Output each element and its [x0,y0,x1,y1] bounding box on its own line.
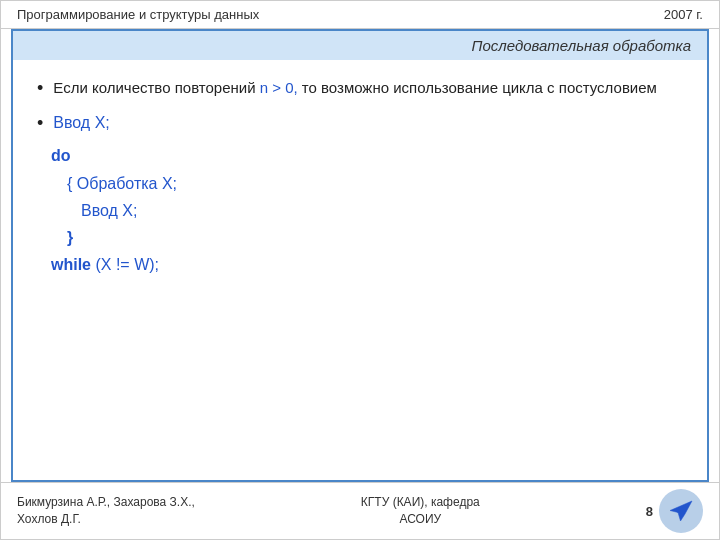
header: Программирование и структуры данных 2007… [1,1,719,29]
footer-right: 8 [646,489,703,533]
title-text: Последовательная обработка [472,37,691,54]
footer-left-line2: Хохлов Д.Г. [17,511,195,528]
while-cond: (Х != W); [95,256,159,273]
footer-center-line1: КГТУ (КАИ), кафедра [361,494,480,511]
main-content: Последовательная обработка • Если количе… [11,29,709,482]
footer: Бикмурзина А.Р., Захарова З.Х., Хохлов Д… [1,482,719,539]
bullet1-suffix: то возможно использование цикла с постус… [298,79,657,96]
code-block: do { Обработка Х; Ввод Х; } while (Х != … [51,142,683,278]
code-inner: Ввод Х; [81,197,683,224]
header-left: Программирование и структуры данных [17,7,259,22]
content-area: • Если количество повторений n > 0, то в… [13,60,707,480]
footer-center-line2: АСОИУ [361,511,480,528]
footer-center: КГТУ (КАИ), кафедра АСОИУ [361,494,480,528]
header-right: 2007 г. [664,7,703,22]
bullet-item-2: • Ввод Х; [37,111,683,136]
page-number: 8 [646,504,653,519]
bullet-item-1: • Если количество повторений n > 0, то в… [37,76,683,101]
code-close: } [67,224,683,251]
bullet-text-1: Если количество повторений n > 0, то воз… [53,76,657,99]
airplane-icon [659,489,703,533]
bullet-dot-1: • [37,76,43,101]
code-while: while (Х != W); [51,251,683,278]
code-do: do [51,142,683,169]
code-open: { Обработка Х; [67,170,683,197]
bullet1-condition: n > 0, [260,79,298,96]
bullet2-text: Ввод Х; [53,111,109,136]
page-container: Программирование и структуры данных 2007… [0,0,720,540]
title-bar: Последовательная обработка [13,31,707,60]
footer-left-line1: Бикмурзина А.Р., Захарова З.Х., [17,494,195,511]
bullet1-prefix: Если количество повторений [53,79,259,96]
while-keyword: while [51,256,91,273]
bullet-dot-2: • [37,111,43,136]
footer-left: Бикмурзина А.Р., Захарова З.Х., Хохлов Д… [17,494,195,528]
